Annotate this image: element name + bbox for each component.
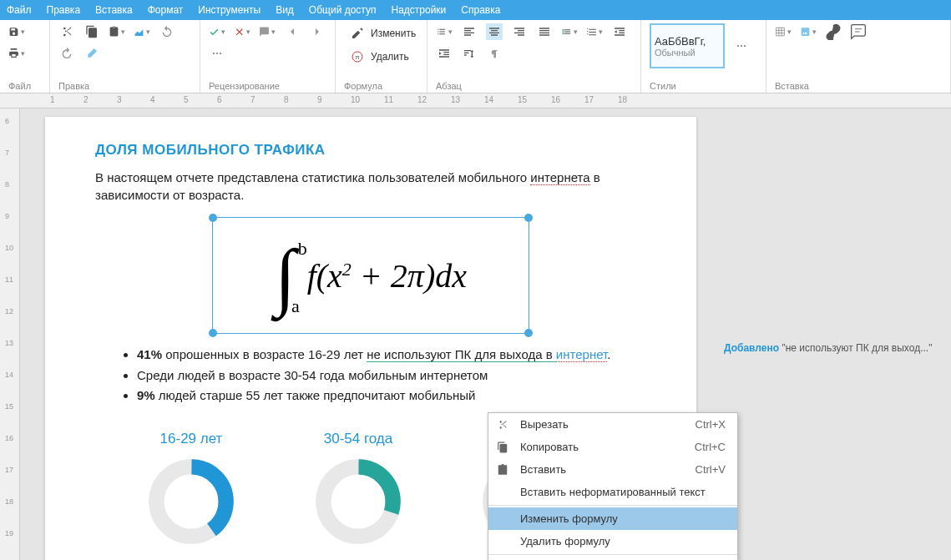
reject-icon[interactable] <box>234 23 250 40</box>
menu-edit[interactable]: Правка <box>47 4 81 16</box>
menu-insert[interactable]: Вставка <box>95 4 133 16</box>
vruler-mark: 13 <box>5 339 13 347</box>
ribbon: Файл Правка ⋯ Рецензирование Изменить πУ… <box>0 20 951 93</box>
group-label-formula: Формула <box>344 81 418 91</box>
comment-label: Добавлено <box>724 342 779 354</box>
resize-handle-tl[interactable] <box>209 214 217 222</box>
ruler-mark: 10 <box>351 95 360 104</box>
print-icon[interactable] <box>8 45 25 62</box>
ruler-mark: 14 <box>484 95 493 104</box>
align-left-icon[interactable] <box>461 23 478 40</box>
group-label-insert: Вставка <box>775 81 942 91</box>
ctx-copy[interactable]: КопироватьCtrl+C <box>488 436 737 458</box>
align-center-icon[interactable] <box>486 23 503 40</box>
link-icon[interactable] <box>825 23 842 40</box>
menu-file[interactable]: Файл <box>7 4 32 16</box>
pilcrow-icon[interactable] <box>486 45 503 62</box>
group-label-file: Файл <box>8 81 41 91</box>
ruler-mark: 2 <box>83 95 89 104</box>
vruler-mark: 16 <box>5 434 13 442</box>
edit-formula-label: Изменить <box>371 28 416 39</box>
cut-icon[interactable] <box>58 23 75 40</box>
document-heading: ДОЛЯ МОБИЛЬНОГО ТРАФИКА <box>95 142 646 159</box>
comment-text: "не используют ПК для выход..." <box>779 342 932 354</box>
more-icon[interactable]: ⋯ <box>209 45 225 62</box>
ruler-mark: 15 <box>518 95 527 104</box>
copy-icon[interactable] <box>83 23 100 40</box>
vruler-mark: 19 <box>5 529 13 537</box>
ruler-mark: 4 <box>150 95 155 104</box>
delete-formula-button[interactable]: πУдалить <box>344 47 414 67</box>
align-right-icon[interactable] <box>511 23 528 40</box>
ctx-paste[interactable]: ВставитьCtrl+V <box>488 458 737 481</box>
bullet-list-icon[interactable] <box>436 23 453 40</box>
number-list-icon[interactable] <box>586 23 603 40</box>
menu-format[interactable]: Формат <box>148 4 184 16</box>
save-icon[interactable] <box>8 23 25 40</box>
ruler-mark: 5 <box>184 95 189 104</box>
ruler-mark: 18 <box>618 95 627 104</box>
vruler-mark: 8 <box>5 180 9 189</box>
group-label-edit: Правка <box>58 81 191 91</box>
vruler-mark: 7 <box>5 149 9 157</box>
ctx-cut[interactable]: ВырезатьCtrl+X <box>488 413 737 436</box>
formula-content: ∫ba f(x2 + 2π)dx <box>275 242 467 310</box>
vruler-mark: 15 <box>5 402 13 411</box>
vruler-mark: 14 <box>5 371 13 379</box>
menu-addons[interactable]: Надстройки <box>391 4 446 16</box>
context-menu: ВырезатьCtrl+X КопироватьCtrl+C Вставить… <box>488 412 738 560</box>
align-justify-icon[interactable] <box>536 23 553 40</box>
comment-nav-icon[interactable] <box>259 23 276 40</box>
menu-share[interactable]: Общий доступ <box>309 4 377 16</box>
resize-handle-bl[interactable] <box>209 329 217 337</box>
menu-tools[interactable]: Инструменты <box>198 4 261 16</box>
ctx-delete-formula[interactable]: Удалить формулу <box>488 530 737 552</box>
resize-handle-br[interactable] <box>524 329 533 337</box>
paste-icon[interactable] <box>109 23 125 40</box>
eraser-icon[interactable] <box>83 45 100 62</box>
list-item: 41% опрошенных в возрасте 16-29 лет не и… <box>137 346 646 365</box>
menu-help[interactable]: Справка <box>461 4 500 16</box>
vruler-mark: 18 <box>5 497 13 506</box>
accept-icon[interactable] <box>209 23 225 40</box>
indent-icon[interactable] <box>436 45 453 62</box>
comment-insert-icon[interactable] <box>850 23 867 40</box>
table-icon[interactable] <box>775 23 792 40</box>
ctx-edit-formula[interactable]: Изменить формулу <box>488 507 737 530</box>
sort-icon[interactable] <box>461 45 478 62</box>
ruler-mark: 9 <box>317 95 322 104</box>
ruler-mark: 6 <box>217 95 222 104</box>
redo-icon[interactable] <box>58 45 75 62</box>
ruler-mark: 3 <box>117 95 122 104</box>
prev-change-icon[interactable] <box>284 23 301 40</box>
svg-text:π: π <box>355 53 360 61</box>
resize-handle-tr[interactable] <box>524 214 533 222</box>
list-item: 9% людей старше 55 лет также предпочитаю… <box>137 386 646 406</box>
group-label-review: Рецензирование <box>209 81 326 91</box>
highlight-icon[interactable] <box>134 23 150 40</box>
vruler-mark: 6 <box>5 117 9 125</box>
image-icon[interactable] <box>800 23 817 40</box>
chart-label: 30-54 года <box>304 431 412 447</box>
outdent-icon[interactable] <box>611 23 628 40</box>
ruler-mark: 8 <box>284 95 289 104</box>
chart-label: 16-29 лет <box>137 431 245 447</box>
more-styles-icon[interactable]: ⋯ <box>733 38 750 54</box>
vertical-ruler: 678910111213141516171819 <box>0 108 20 560</box>
line-spacing-icon[interactable] <box>561 23 578 40</box>
style-name: Обычный <box>655 48 720 58</box>
menu-view[interactable]: Вид <box>276 4 294 16</box>
undo-icon[interactable] <box>159 23 175 40</box>
formula-object[interactable]: ∫ba f(x2 + 2π)dx <box>212 217 529 334</box>
next-change-icon[interactable] <box>309 23 326 40</box>
vruler-mark: 11 <box>5 275 13 284</box>
ctx-paste-unformatted[interactable]: Вставить неформатированный текст <box>488 481 737 503</box>
ruler-mark: 13 <box>451 95 460 104</box>
group-label-paragraph: Абзац <box>436 81 632 91</box>
edit-formula-button[interactable]: Изменить <box>344 23 421 43</box>
delete-formula-label: Удалить <box>371 51 409 63</box>
ctx-print-selection[interactable]: Печать выделенной области... <box>488 557 737 560</box>
list-item: Среди людей в возрасте 30-54 года мобиль… <box>137 366 646 386</box>
style-normal[interactable]: АаБбВвГг, Обычный <box>650 23 725 68</box>
delete-pi-icon: π <box>349 48 366 65</box>
